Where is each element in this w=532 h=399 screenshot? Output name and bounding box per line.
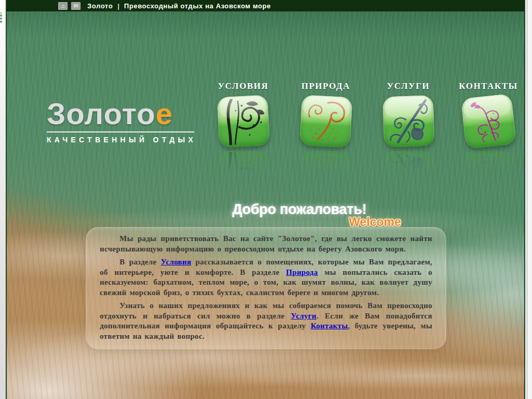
floral-branch-icon [219, 97, 268, 146]
nav-tile-mirror [463, 151, 514, 184]
topbar-tagline: Превосходный отдых на Азовском море [124, 2, 271, 10]
logo-text-accent: е [155, 97, 172, 130]
logo-divider [47, 131, 194, 132]
welcome-paragraph-2: В разделе Условия рассказывается о помещ… [100, 257, 432, 298]
nav-tile-uslugi[interactable] [382, 95, 434, 147]
welcome-paragraph-1: Мы рады приветствовать Вас на сайте "Зол… [100, 234, 432, 254]
nav-tile-mirror [301, 151, 351, 184]
orange-swirl-icon [301, 152, 350, 184]
right-page-margin [525, 0, 532, 399]
scrollbar-track-line [527, 0, 527, 399]
page: ⌂ ✉ Золото | Превосходный отдых на Азовс… [0, 0, 532, 399]
logo: Золотое КАЧЕСТВЕННЫЙ ОТДЫХ [47, 99, 208, 144]
butterfly-flourish-icon [463, 151, 514, 184]
butterfly-flourish-icon [463, 96, 514, 147]
inline-link-kontakty[interactable]: Контакты [311, 322, 348, 330]
welcome-text: Мы рады приветствовать Вас на сайте "Зол… [100, 234, 432, 341]
topbar-separator: | [117, 2, 119, 10]
text-run: Мы рады приветствовать Вас на сайте "Зол… [100, 234, 432, 253]
nav-label-usloviya[interactable]: УСЛОВИЯ [204, 81, 282, 91]
left-page-margin [0, 0, 6, 399]
inline-link-uslugi[interactable]: Услуги [291, 312, 316, 320]
welcome-panel: Мы рады приветствовать Вас на сайте "Зол… [86, 227, 446, 349]
nav-tile-usloviya[interactable] [217, 95, 270, 148]
nav-tile-mirror [218, 151, 269, 184]
vine-curl-icon [384, 97, 432, 145]
mail-icon[interactable]: ✉ [71, 2, 81, 10]
logo-text-main: Золото [47, 97, 155, 130]
orange-swirl-icon [301, 97, 350, 146]
inline-link-priroda[interactable]: Природа [286, 268, 318, 276]
nav-tile-mirror [383, 151, 434, 184]
nav-item-priroda: ПРИРОДА [287, 81, 365, 184]
tile-reflection [218, 151, 269, 184]
inline-link-usloviya[interactable]: Условия [161, 258, 192, 266]
nav-label-kontakty[interactable]: КОНТАКТЫ [449, 81, 524, 91]
topbar: ⌂ ✉ Золото | Превосходный отдых на Азовс… [7, 0, 524, 11]
nav-item-usloviya: УСЛОВИЯ [204, 81, 282, 184]
logo-subtitle: КАЧЕСТВЕННЫЙ ОТДЫХ [47, 136, 208, 144]
welcome-paragraph-3: Узнать о наших предложениях и как мы соб… [100, 301, 432, 341]
nav-label-priroda[interactable]: ПРИРОДА [287, 81, 365, 91]
nav-item-uslugi: УСЛУГИ [369, 81, 447, 184]
floral-branch-icon [219, 152, 268, 184]
vine-curl-icon [384, 152, 432, 184]
tile-reflection [463, 151, 514, 184]
nav-item-kontakty: КОНТАКТЫ [449, 81, 524, 184]
tile-reflection [301, 151, 351, 184]
nav-label-uslugi[interactable]: УСЛУГИ [369, 81, 447, 91]
tile-reflection [383, 151, 434, 184]
text-run: В разделе [119, 258, 161, 266]
logo-wordmark: Золотое [47, 99, 208, 129]
home-icon[interactable]: ⌂ [58, 2, 68, 10]
site-frame: ⌂ ✉ Золото | Превосходный отдых на Азовс… [6, 0, 525, 399]
topbar-site-name: Золото [87, 2, 113, 10]
nav-tile-kontakty[interactable] [461, 94, 516, 149]
edge-artifact [0, 12, 2, 24]
nav-tile-priroda[interactable] [299, 95, 352, 148]
beach-background: Золотое КАЧЕСТВЕННЫЙ ОТДЫХ УСЛОВИЯ [7, 11, 524, 399]
